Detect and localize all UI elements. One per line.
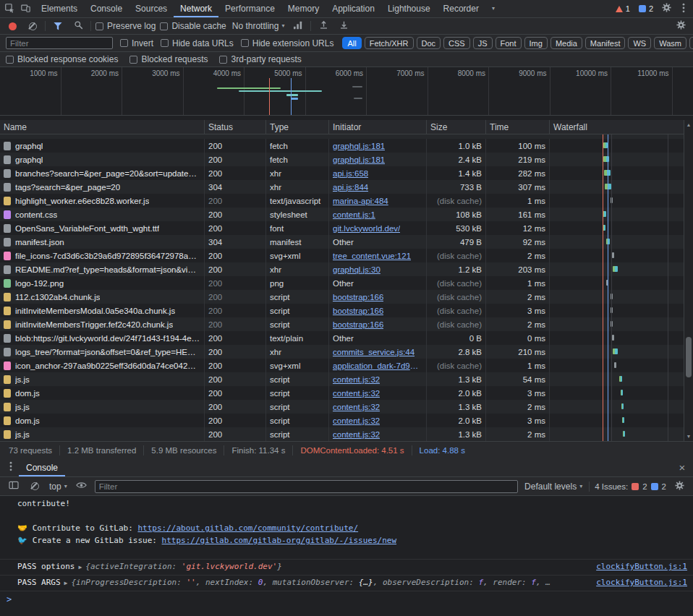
tab-sources[interactable]: Sources <box>129 0 174 17</box>
issues-badge[interactable]: 2 <box>635 4 657 13</box>
live-expression-button[interactable] <box>74 479 90 495</box>
initiator-link[interactable]: graphql.js:181 <box>333 142 385 150</box>
filter-chip-ws[interactable]: WS <box>628 37 651 49</box>
table-row[interactable]: js.js200scriptcontent.js:321.3 kB54 ms <box>0 372 684 386</box>
tab-memory[interactable]: Memory <box>281 0 326 17</box>
filter-chip-doc[interactable]: Doc <box>417 37 441 49</box>
disable-cache-checkbox[interactable]: Disable cache <box>160 21 226 31</box>
more-tabs-button[interactable]: ▾ <box>485 1 501 17</box>
tab-performance[interactable]: Performance <box>218 0 281 17</box>
tab-console[interactable]: Console <box>84 0 129 17</box>
initiator-link[interactable]: graphql.js:30 <box>333 265 380 274</box>
filter-toggle-button[interactable] <box>50 18 66 34</box>
column-header-waterfall[interactable]: Waterfall <box>550 120 684 134</box>
main-menu-button[interactable] <box>676 1 692 17</box>
initiator-link[interactable]: bootstrap:166 <box>333 307 383 315</box>
filter-chip-img[interactable]: Img <box>524 37 548 49</box>
table-row[interactable]: README.md?ref_type=heads&format=json&vie… <box>0 262 684 276</box>
blocked-requests-checkbox[interactable]: Blocked requests <box>129 54 208 64</box>
issues-counter[interactable]: 4 Issues: 2 2 <box>595 482 666 491</box>
filter-chip-media[interactable]: Media <box>550 37 582 49</box>
network-filter-input[interactable] <box>6 37 113 49</box>
table-row[interactable]: initInviteMembersTrigger.fef2c420.chunk.… <box>0 317 684 331</box>
initiator-link[interactable]: graphql.js:181 <box>333 155 385 164</box>
initiator-link[interactable]: application_dark-7d928d3… <box>333 362 422 370</box>
initiator-link[interactable]: content.js:32 <box>333 430 380 439</box>
device-toolbar-button[interactable] <box>17 1 33 17</box>
column-header-name[interactable]: Name <box>0 120 205 134</box>
invert-checkbox[interactable]: Invert <box>120 38 153 48</box>
log-levels-dropdown[interactable]: Default levels ▾ <box>523 482 584 492</box>
settings-button[interactable] <box>658 1 674 17</box>
scrollbar-thumb[interactable] <box>686 337 692 377</box>
network-conditions-button[interactable] <box>290 18 306 34</box>
initiator-link[interactable]: content.js:32 <box>333 375 380 384</box>
preserve-log-checkbox[interactable]: Preserve log <box>95 21 156 31</box>
table-scrollbar[interactable]: ▲ ▼ <box>684 120 693 441</box>
initiator-link[interactable]: commits_service.js:44 <box>333 348 414 356</box>
initiator-link[interactable]: tree_content.vue:121 <box>333 252 411 260</box>
console-settings-button[interactable] <box>671 479 687 495</box>
table-row[interactable]: dom.js200scriptcontent.js:322.0 kB3 ms <box>0 386 684 400</box>
tab-network[interactable]: Network <box>174 0 218 17</box>
expand-icon[interactable]: ▶ <box>64 578 68 589</box>
export-har-button[interactable] <box>315 18 331 34</box>
column-header-type[interactable]: Type <box>266 120 329 134</box>
table-row[interactable]: branches?search=&per_page=20&sort=update… <box>0 166 684 180</box>
tab-elements[interactable]: Elements <box>35 0 84 17</box>
table-row[interactable]: 112.c1302ab4.chunk.js200scriptbootstrap:… <box>0 290 684 304</box>
error-badge[interactable]: 1 <box>612 4 634 13</box>
column-header-time[interactable]: Time <box>486 120 550 134</box>
javascript-context-selector[interactable]: top ▾ <box>48 482 69 492</box>
search-button[interactable] <box>70 18 86 34</box>
table-row[interactable]: dom.js200scriptcontent.js:322.0 kB3 ms <box>0 414 684 427</box>
filter-chip-js[interactable]: JS <box>473 37 493 49</box>
hide-data-urls-checkbox[interactable]: Hide data URLs <box>161 38 234 48</box>
initiator-link[interactable]: marina-api:484 <box>333 197 388 205</box>
source-link[interactable]: clockifyButton.js:1 <box>589 561 687 573</box>
table-row[interactable]: logo-192.png200pngOther(disk cache)1 ms <box>0 276 684 290</box>
filter-chip-other[interactable]: Other <box>689 37 693 49</box>
filter-chip-font[interactable]: Font <box>496 37 522 49</box>
filter-chip-all[interactable]: All <box>342 37 361 49</box>
record-network-log-button[interactable] <box>4 18 20 34</box>
inspect-element-button[interactable] <box>1 1 17 17</box>
console-sidebar-button[interactable] <box>6 479 22 495</box>
scroll-down-arrow[interactable]: ▼ <box>684 432 693 441</box>
filter-chip-fetch-xhr[interactable]: Fetch/XHR <box>365 37 414 49</box>
table-row[interactable]: icon_anchor-297aa9b0225eff3d6d0da74ce042… <box>0 359 684 372</box>
console-prompt[interactable]: > <box>0 591 693 607</box>
initiator-link[interactable]: git.lvckyworld.dev/ <box>333 224 400 233</box>
tab-console-drawer[interactable]: Console <box>19 458 65 476</box>
table-row[interactable]: logs_tree/?format=json&offset=0&ref_type… <box>0 345 684 359</box>
tab-recorder[interactable]: Recorder <box>437 0 485 17</box>
drawer-menu-button[interactable] <box>3 460 19 476</box>
network-settings-button[interactable] <box>673 18 689 34</box>
clear-console-button[interactable] <box>27 479 43 495</box>
initiator-link[interactable]: content.js:32 <box>333 403 380 411</box>
table-row[interactable]: initInviteMembersModal.0a5e340a.chunk.js… <box>0 304 684 317</box>
table-row[interactable]: highlight_worker.e6ec8b28.worker.js200te… <box>0 194 684 208</box>
source-link[interactable]: clockifyButton.js:1 <box>589 577 687 589</box>
initiator-link[interactable]: content.js:32 <box>333 416 380 425</box>
table-row[interactable]: OpenSans_VariableFont_wdth_wght.ttf200fo… <box>0 221 684 235</box>
blocked-response-cookies-checkbox[interactable]: Blocked response cookies <box>6 54 118 64</box>
column-header-initiator[interactable]: Initiator <box>329 120 427 134</box>
initiator-link[interactable]: content.js:1 <box>333 210 375 219</box>
expand-icon[interactable]: ▶ <box>78 562 82 573</box>
log-link[interactable]: https://about.gitlab.com/community/contr… <box>137 523 358 533</box>
close-drawer-button[interactable]: × <box>674 460 690 476</box>
throttling-dropdown[interactable]: No throttling ▾ <box>231 21 286 31</box>
initiator-link[interactable]: api.js:844 <box>333 183 368 192</box>
column-header-size[interactable]: Size <box>427 120 486 134</box>
network-overview-timeline[interactable]: 1000 ms2000 ms3000 ms4000 ms5000 ms6000 … <box>0 67 693 116</box>
initiator-link[interactable]: bootstrap:166 <box>333 293 383 301</box>
clear-network-log-button[interactable] <box>25 18 41 34</box>
table-row[interactable]: js.js200scriptcontent.js:321.3 kB2 ms <box>0 427 684 441</box>
tab-application[interactable]: Application <box>326 0 381 17</box>
scroll-up-arrow[interactable]: ▲ <box>684 120 693 129</box>
hide-extension-urls-checkbox[interactable]: Hide extension URLs <box>241 38 334 48</box>
initiator-link[interactable]: bootstrap:166 <box>333 320 383 329</box>
table-row[interactable]: js.js200scriptcontent.js:321.3 kB2 ms <box>0 400 684 414</box>
initiator-link[interactable]: content.js:32 <box>333 389 380 398</box>
